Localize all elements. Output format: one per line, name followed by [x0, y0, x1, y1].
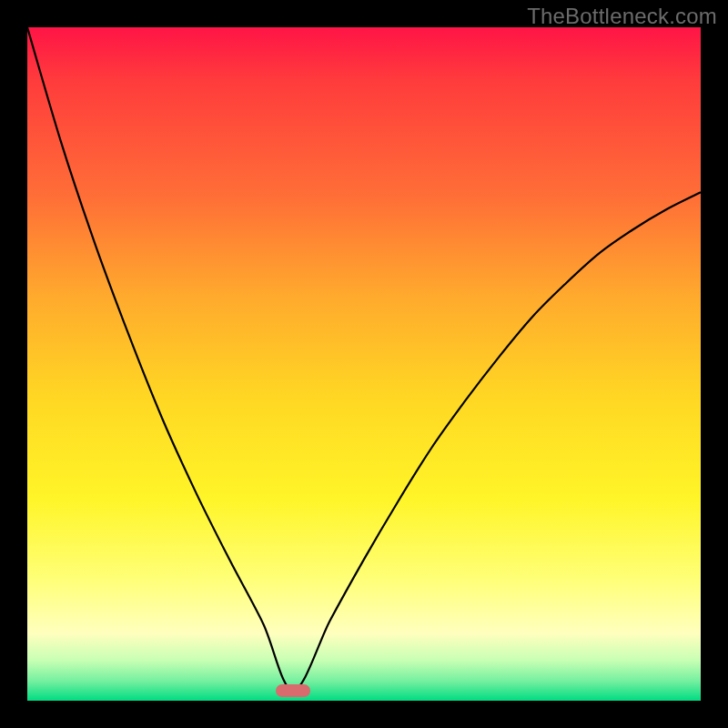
bottleneck-curve	[27, 27, 701, 701]
watermark-text: TheBottleneck.com	[527, 4, 717, 29]
chart-frame: TheBottleneck.com	[0, 0, 728, 728]
bottleneck-marker	[276, 684, 310, 697]
plot-area	[27, 27, 701, 701]
